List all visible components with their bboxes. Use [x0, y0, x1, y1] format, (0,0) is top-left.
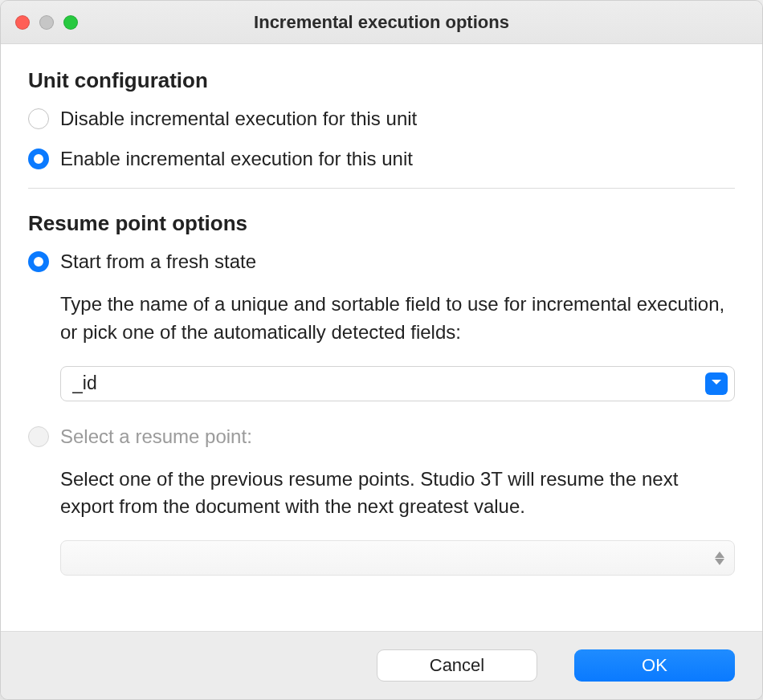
radio-disable-incremental[interactable]: Disable incremental execution for this u… — [28, 108, 735, 130]
field-name-combobox[interactable] — [60, 366, 735, 401]
radio-fresh-state[interactable]: Start from a fresh state — [28, 250, 735, 273]
maximize-window-button[interactable] — [63, 15, 78, 30]
resume-point-heading: Resume point options — [28, 211, 735, 236]
dialog-window: Incremental execution options Unit confi… — [0, 0, 763, 700]
titlebar: Incremental execution options — [1, 1, 762, 44]
dialog-content: Unit configuration Disable incremental e… — [1, 44, 762, 631]
stepper-icon — [715, 551, 724, 565]
resume-point-description: Select one of the previous resume points… — [60, 466, 735, 522]
radio-fresh-label: Start from a fresh state — [60, 250, 256, 273]
radio-select-resume-point: Select a resume point: — [28, 425, 735, 448]
resume-point-select — [60, 540, 735, 576]
radio-disable-label: Disable incremental execution for this u… — [60, 108, 417, 130]
combobox-dropdown-button[interactable] — [705, 372, 728, 395]
radio-icon — [28, 251, 49, 272]
chevron-down-icon — [711, 376, 722, 391]
field-name-input[interactable] — [72, 372, 705, 394]
radio-icon — [28, 108, 49, 129]
ok-button[interactable]: OK — [574, 649, 735, 682]
dialog-footer: Cancel OK — [1, 631, 762, 699]
window-title: Incremental execution options — [1, 12, 762, 33]
radio-select-resume-label: Select a resume point: — [60, 425, 252, 448]
fresh-state-description: Type the name of a unique and sortable f… — [60, 291, 735, 347]
radio-enable-label: Enable incremental execution for this un… — [60, 148, 413, 170]
cancel-button[interactable]: Cancel — [377, 649, 537, 682]
unit-configuration-heading: Unit configuration — [28, 68, 735, 93]
radio-icon — [28, 426, 49, 447]
traffic-lights — [15, 15, 78, 30]
minimize-window-button[interactable] — [39, 15, 54, 30]
close-window-button[interactable] — [15, 15, 30, 30]
section-divider — [28, 188, 735, 189]
radio-icon — [28, 149, 49, 169]
radio-enable-incremental[interactable]: Enable incremental execution for this un… — [28, 148, 735, 170]
